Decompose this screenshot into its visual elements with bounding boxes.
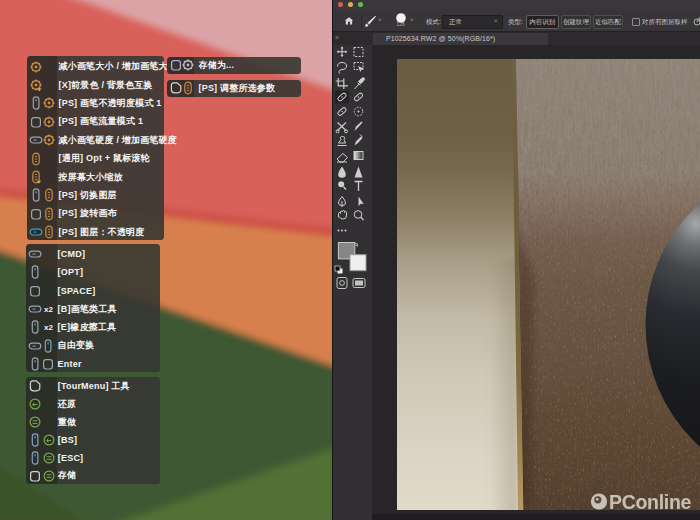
svg-text:PConline: PConline: [609, 491, 692, 511]
